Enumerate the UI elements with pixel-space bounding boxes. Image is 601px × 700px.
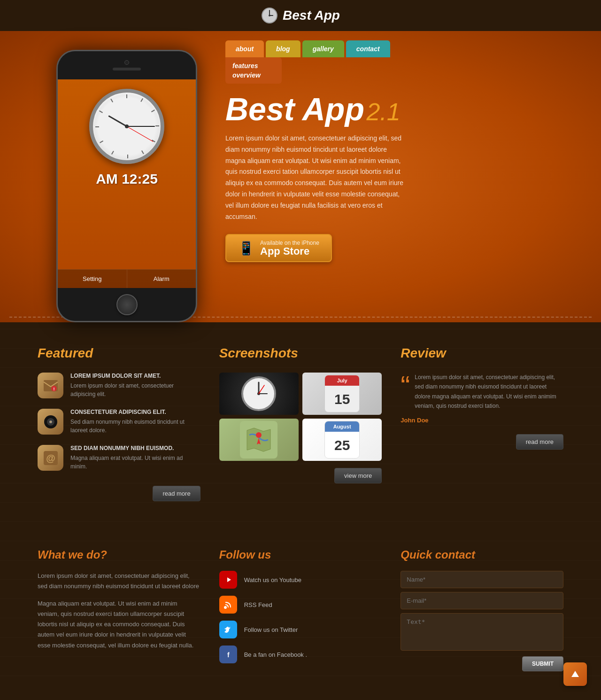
sub-tab-overview[interactable]: overview <box>232 71 275 79</box>
phone-top-bar <box>58 51 196 79</box>
contact-email-input[interactable] <box>401 592 563 609</box>
phone-screen: AM 12:25 Setting Alarm <box>58 79 196 288</box>
tab-contact[interactable]: contact <box>346 40 390 57</box>
featured-footer: read more <box>38 481 200 501</box>
featured-item-1-content: LOREM IPSUM DOLOR SIT AMET. Lorem ipsum … <box>70 373 200 398</box>
main-content: Featured ! LOREM IPSUM DOLOR SIT AMET. L… <box>0 322 601 695</box>
featured-icon-1: ! <box>38 373 63 398</box>
twitter-icon[interactable] <box>219 621 237 638</box>
featured-item-2-text: Sed diam nonummy nibh euismod tincidunt … <box>70 418 200 435</box>
contact-text-input[interactable] <box>401 613 563 651</box>
screenshots-section: Screenshots July 15 <box>219 346 382 501</box>
phone-alarm-btn[interactable]: Alarm <box>127 269 196 288</box>
hero-description: Lorem ipsum dolor sit amet, consectetuer… <box>225 133 404 222</box>
featured-section: Featured ! LOREM IPSUM DOLOR SIT AMET. L… <box>38 346 200 501</box>
three-column-section: Featured ! LOREM IPSUM DOLOR SIT AMET. L… <box>38 346 563 501</box>
phone-time: AM 12:25 <box>96 171 158 187</box>
screenshot-2[interactable]: July 15 <box>302 373 382 415</box>
follow-facebook-label: Be a fan on Facebook . <box>244 651 307 658</box>
rss-icon[interactable] <box>219 596 237 614</box>
phone-mockup: AM 12:25 Setting Alarm <box>56 50 207 322</box>
featured-read-more-button[interactable]: read more <box>153 486 200 501</box>
app-store-bottom-text: App Store <box>260 246 319 257</box>
app-store-button[interactable]: 📱 Available on the iPhone App Store <box>225 234 332 262</box>
hero-section: AM 12:25 Setting Alarm about blog galler… <box>0 31 601 322</box>
header: Best App <box>0 0 601 31</box>
review-footer: read more <box>401 429 563 450</box>
what-we-do-title: What we do? <box>38 548 200 561</box>
hero-title-area: Best App 2.1 <box>225 93 545 126</box>
follow-item-rss: RSS Feed <box>219 596 382 614</box>
what-we-do-para-2: Magna aliquam erat volutpat. Ut wisi eni… <box>38 599 200 650</box>
quick-contact-section: Quick contact SUBMIT <box>401 548 563 671</box>
svg-point-23 <box>224 606 227 609</box>
app-store-text: Available on the iPhone App Store <box>260 240 319 257</box>
featured-item-1: ! LOREM IPSUM DOLOR SIT AMET. Lorem ipsu… <box>38 373 200 398</box>
contact-name-input[interactable] <box>401 571 563 588</box>
phone-setting-btn[interactable]: Setting <box>58 269 127 288</box>
tab-blog[interactable]: blog <box>266 40 300 57</box>
featured-item-2-content: CONSECTETUER ADIPISCING ELIT. Sed diam n… <box>70 409 200 435</box>
screenshots-grid: July 15 Augus <box>219 373 382 461</box>
follow-us-title: Follow us <box>219 548 382 561</box>
hero-app-name: Best App <box>225 91 364 127</box>
follow-youtube-label: Watch us on Youtube <box>244 576 301 583</box>
tab-about[interactable]: about <box>225 40 264 57</box>
facebook-icon[interactable]: f <box>219 646 237 663</box>
hero-right: about blog gallery contact features over… <box>225 31 545 262</box>
featured-item-1-title: LOREM IPSUM DOLOR SIT AMET. <box>70 373 200 379</box>
sub-tabs: features overview <box>225 57 282 84</box>
featured-item-2: CONSECTETUER ADIPISCING ELIT. Sed diam n… <box>38 409 200 435</box>
clock-center <box>125 124 129 128</box>
screenshot-4[interactable]: August 25 <box>302 419 382 461</box>
screenshots-footer: view more <box>219 468 382 483</box>
follow-rss-label: RSS Feed <box>244 601 272 608</box>
follow-us-section: Follow us Watch us on Youtube <box>219 548 382 671</box>
scroll-to-top-button[interactable] <box>563 662 587 686</box>
follow-item-facebook: f Be a fan on Facebook . <box>219 646 382 663</box>
logo-area: Best App <box>261 7 340 24</box>
clock-icon <box>261 7 278 24</box>
what-we-do-section: What we do? Lorem ipsum dolor sit amet, … <box>38 548 200 671</box>
screenshot-1[interactable] <box>219 373 299 415</box>
featured-item-2-title: CONSECTETUER ADIPISCING ELIT. <box>70 409 200 415</box>
screenshots-view-more-button[interactable]: view more <box>334 468 382 483</box>
phone-camera <box>124 60 129 65</box>
nav-tabs: about blog gallery contact <box>225 40 545 57</box>
featured-item-1-text: Lorem ipsum dolor sit amet, consectetuer… <box>70 381 200 398</box>
phone-home-button[interactable] <box>116 294 138 315</box>
svg-text:!: ! <box>53 387 54 391</box>
review-title: Review <box>401 346 563 361</box>
contact-footer: SUBMIT <box>401 656 563 671</box>
logo-text: Best App <box>283 8 340 23</box>
phone-speaker <box>113 68 141 70</box>
what-we-do-para-1: Lorem ipsum dolor sit amet, consectetuer… <box>38 571 200 591</box>
review-text: Lorem ipsum dolor sit amet, consectetuer… <box>415 373 563 411</box>
phone-clock-face <box>89 89 164 164</box>
bottom-section: What we do? Lorem ipsum dolor sit amet, … <box>38 529 563 671</box>
svg-text:f: f <box>227 651 230 659</box>
phone-icon: 📱 <box>238 241 254 256</box>
featured-item-3: @ SED DIAM NONUMMY NIBH EUISMOD. Magna a… <box>38 445 200 471</box>
featured-item-3-title: SED DIAM NONUMMY NIBH EUISMOD. <box>70 445 200 451</box>
screenshot-3[interactable] <box>219 419 299 461</box>
featured-item-3-content: SED DIAM NONUMMY NIBH EUISMOD. Magna ali… <box>70 445 200 471</box>
follow-twitter-label: Follow us on Twitter <box>244 626 298 633</box>
sub-tab-features[interactable]: features <box>232 62 275 70</box>
svg-marker-27 <box>571 671 579 677</box>
contact-submit-button[interactable]: SUBMIT <box>522 656 563 671</box>
follow-item-twitter: Follow us on Twitter <box>219 621 382 638</box>
quick-contact-title: Quick contact <box>401 548 563 561</box>
featured-item-3-text: Magna aliquam erat volutpat. Ut wisi eni… <box>70 454 200 471</box>
phone-bottom-bar <box>58 288 196 321</box>
svg-point-10 <box>50 421 51 422</box>
svg-point-19 <box>256 432 262 438</box>
youtube-icon[interactable] <box>219 571 237 589</box>
screenshots-title: Screenshots <box>219 346 382 361</box>
review-read-more-button[interactable]: read more <box>516 434 563 450</box>
tab-gallery[interactable]: gallery <box>302 40 344 57</box>
clock-minute-hand <box>127 126 155 127</box>
phone-actions: Setting Alarm <box>58 269 196 288</box>
phone-device: AM 12:25 Setting Alarm <box>56 50 197 322</box>
svg-text:@: @ <box>46 453 55 463</box>
